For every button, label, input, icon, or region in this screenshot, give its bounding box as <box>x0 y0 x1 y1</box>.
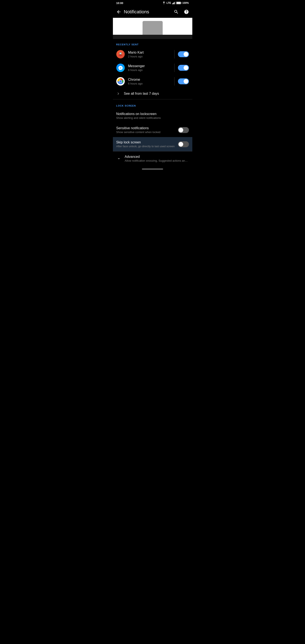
skip-lock-screen-subtitle: After face unlock, go directly to last u… <box>116 145 178 148</box>
messenger-text: Messenger 6 hours ago <box>128 64 171 72</box>
page-title: Notifications <box>124 9 171 14</box>
sensitive-notifications-title: Sensitive notifications <box>116 126 178 130</box>
app-bar-actions <box>171 7 192 17</box>
skip-lock-screen-toggle-thumb <box>178 142 183 146</box>
sensitive-notifications-text: Sensitive notifications Show sensitive c… <box>116 126 178 134</box>
svg-rect-2 <box>173 3 174 4</box>
list-item-chrome[interactable]: Chrome 6 hours ago <box>113 74 192 88</box>
status-icons: LTE 100% <box>162 2 189 4</box>
mario-kart-toggle-thumb <box>184 52 188 56</box>
battery-label: 100% <box>182 2 189 4</box>
svg-rect-7 <box>176 2 180 4</box>
svg-rect-6 <box>181 2 181 4</box>
advanced-subtitle: Allow notification snoozing, Suggested a… <box>125 159 189 162</box>
chevron-down-icon <box>116 156 121 161</box>
back-button[interactable] <box>114 7 124 17</box>
sensitive-notifications-subtitle: Show sensitive content when locked <box>116 130 178 134</box>
messenger-toggle[interactable] <box>178 65 189 71</box>
sensitive-notifications-item[interactable]: Sensitive notifications Show sensitive c… <box>113 123 192 137</box>
advanced-title: Advanced <box>125 155 189 159</box>
svg-rect-1 <box>172 4 173 4</box>
see-all-button[interactable]: See all from last 7 days <box>113 88 192 99</box>
signal-icon <box>172 2 176 4</box>
mario-kart-text: Mario Kart 2 hours ago <box>128 51 171 58</box>
chrome-title: Chrome <box>128 78 171 82</box>
gesture-pill <box>142 169 163 170</box>
phone-preview-area <box>113 18 192 35</box>
wifi-icon <box>162 2 166 4</box>
chrome-subtitle: 6 hours ago <box>128 82 171 85</box>
lte-label: LTE <box>166 2 171 4</box>
messenger-title: Messenger <box>128 64 171 68</box>
sensitive-notifications-toggle[interactable] <box>178 127 189 133</box>
mario-kart-icon <box>116 50 125 58</box>
recently-sent-label: RECENTLY SENT <box>113 39 192 48</box>
list-item-mario-kart[interactable]: Mario Kart 2 hours ago <box>113 48 192 61</box>
list-item-messenger[interactable]: Messenger 6 hours ago <box>113 61 192 74</box>
messenger-icon <box>116 64 125 72</box>
status-bar: 10:00 LTE 100% <box>113 0 192 6</box>
mario-kart-divider <box>174 50 174 58</box>
messenger-divider <box>174 64 174 72</box>
svg-point-0 <box>164 4 164 4</box>
mario-kart-title: Mario Kart <box>128 51 171 54</box>
chrome-toggle-thumb <box>184 79 188 84</box>
messenger-toggle-thumb <box>184 66 188 70</box>
skip-lock-screen-title: Skip lock screen <box>116 140 178 144</box>
svg-point-10 <box>118 54 122 56</box>
chevron-right-icon <box>116 92 120 96</box>
chrome-text: Chrome 6 hours ago <box>128 78 171 85</box>
gesture-bar <box>113 166 192 172</box>
see-all-label: See all from last 7 days <box>124 92 159 96</box>
status-time: 10:00 <box>116 2 123 5</box>
svg-point-16 <box>119 80 122 82</box>
skip-lock-screen-item[interactable]: Skip lock screen After face unlock, go d… <box>113 137 192 151</box>
svg-rect-3 <box>174 2 174 4</box>
mario-kart-toggle[interactable] <box>178 51 189 57</box>
search-button[interactable] <box>171 7 181 17</box>
chrome-icon <box>116 77 125 86</box>
advanced-item[interactable]: Advanced Allow notification snoozing, Su… <box>113 152 192 166</box>
messenger-subtitle: 6 hours ago <box>128 68 171 72</box>
notifications-lockscreen-item[interactable]: Notifications on lockscreen Show alertin… <box>113 109 192 123</box>
skip-lock-screen-text: Skip lock screen After face unlock, go d… <box>116 140 178 148</box>
sensitive-notifications-toggle-thumb <box>178 128 183 132</box>
battery-icon <box>176 2 182 4</box>
svg-rect-4 <box>175 2 176 4</box>
mario-kart-subtitle: 2 hours ago <box>128 55 171 58</box>
skip-lock-screen-toggle[interactable] <box>178 141 189 147</box>
app-bar: Notifications <box>113 6 192 18</box>
notifications-lockscreen-text: Notifications on lockscreen Show alertin… <box>116 112 189 120</box>
chrome-toggle[interactable] <box>178 78 189 84</box>
lock-screen-label: LOCK SCREEN <box>113 99 192 109</box>
advanced-text: Advanced Allow notification snoozing, Su… <box>125 155 189 162</box>
dark-separator <box>113 35 192 39</box>
phone-mockup <box>142 21 163 35</box>
chrome-divider <box>174 77 174 86</box>
notifications-lockscreen-subtitle: Show alerting and silent notifications <box>116 116 189 120</box>
help-button[interactable] <box>181 7 192 17</box>
notifications-lockscreen-title: Notifications on lockscreen <box>116 112 189 116</box>
